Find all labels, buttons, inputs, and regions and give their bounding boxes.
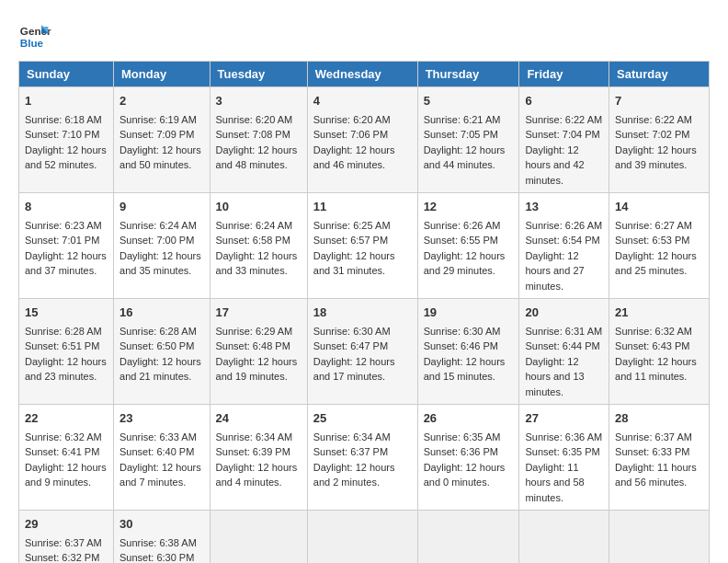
- calendar-cell: [519, 511, 609, 564]
- day-number: 22: [25, 409, 108, 428]
- header-row: SundayMondayTuesdayWednesdayThursdayFrid…: [19, 62, 710, 87]
- day-header-sunday: Sunday: [19, 62, 114, 87]
- calendar-cell: 16Sunrise: 6:28 AMSunset: 6:50 PMDayligh…: [114, 299, 210, 405]
- calendar-cell: 19Sunrise: 6:30 AMSunset: 6:46 PMDayligh…: [417, 299, 519, 405]
- day-header-wednesday: Wednesday: [307, 62, 417, 87]
- day-header-thursday: Thursday: [417, 62, 519, 87]
- calendar-cell: 29Sunrise: 6:37 AMSunset: 6:32 PMDayligh…: [19, 511, 114, 564]
- day-header-monday: Monday: [114, 62, 210, 87]
- day-number: 7: [615, 92, 703, 110]
- day-number: 17: [216, 304, 301, 322]
- calendar-cell: 18Sunrise: 6:30 AMSunset: 6:47 PMDayligh…: [307, 299, 417, 405]
- calendar-cell: 8Sunrise: 6:23 AMSunset: 7:01 PMDaylight…: [19, 193, 114, 299]
- calendar-cell: 3Sunrise: 6:20 AMSunset: 7:08 PMDaylight…: [210, 87, 307, 193]
- day-number: 13: [525, 198, 603, 216]
- day-number: 29: [25, 515, 108, 534]
- calendar-cell: 28Sunrise: 6:37 AMSunset: 6:33 PMDayligh…: [609, 405, 710, 511]
- day-number: 25: [313, 409, 412, 428]
- day-number: 16: [119, 304, 203, 322]
- logo: General Blue: [18, 18, 51, 52]
- calendar-cell: [307, 511, 417, 564]
- day-number: 1: [25, 92, 108, 110]
- day-number: 21: [615, 304, 703, 322]
- calendar-cell: 17Sunrise: 6:29 AMSunset: 6:48 PMDayligh…: [210, 299, 307, 405]
- logo-icon: General Blue: [18, 18, 51, 52]
- day-number: 28: [615, 409, 703, 428]
- day-number: 12: [424, 198, 514, 216]
- day-header-friday: Friday: [519, 62, 609, 87]
- day-number: 20: [525, 304, 603, 322]
- calendar-cell: 12Sunrise: 6:26 AMSunset: 6:55 PMDayligh…: [417, 193, 519, 299]
- day-number: 24: [216, 409, 301, 428]
- day-number: 19: [424, 304, 514, 322]
- calendar-table: SundayMondayTuesdayWednesdayThursdayFrid…: [18, 61, 710, 563]
- day-number: 4: [313, 92, 412, 110]
- calendar-cell: 24Sunrise: 6:34 AMSunset: 6:39 PMDayligh…: [210, 405, 307, 511]
- calendar-cell: 23Sunrise: 6:33 AMSunset: 6:40 PMDayligh…: [114, 405, 210, 511]
- day-number: 27: [525, 409, 603, 428]
- day-number: 3: [216, 92, 301, 110]
- day-number: 8: [25, 198, 108, 216]
- day-number: 9: [119, 198, 203, 216]
- calendar-cell: 10Sunrise: 6:24 AMSunset: 6:58 PMDayligh…: [210, 193, 307, 299]
- calendar-cell: 30Sunrise: 6:38 AMSunset: 6:30 PMDayligh…: [114, 511, 210, 564]
- day-number: 10: [216, 198, 301, 216]
- calendar-cell: 21Sunrise: 6:32 AMSunset: 6:43 PMDayligh…: [609, 299, 710, 405]
- calendar-cell: 22Sunrise: 6:32 AMSunset: 6:41 PMDayligh…: [19, 405, 114, 511]
- day-header-saturday: Saturday: [609, 62, 710, 87]
- calendar-cell: 13Sunrise: 6:26 AMSunset: 6:54 PMDayligh…: [519, 193, 609, 299]
- day-number: 26: [424, 409, 514, 428]
- calendar-cell: 25Sunrise: 6:34 AMSunset: 6:37 PMDayligh…: [307, 405, 417, 511]
- week-row-5: 29Sunrise: 6:37 AMSunset: 6:32 PMDayligh…: [19, 511, 710, 564]
- day-number: 5: [424, 92, 514, 110]
- calendar-cell: 2Sunrise: 6:19 AMSunset: 7:09 PMDaylight…: [114, 87, 210, 193]
- calendar-cell: 7Sunrise: 6:22 AMSunset: 7:02 PMDaylight…: [609, 87, 710, 193]
- calendar-cell: 20Sunrise: 6:31 AMSunset: 6:44 PMDayligh…: [519, 299, 609, 405]
- calendar-cell: 9Sunrise: 6:24 AMSunset: 7:00 PMDaylight…: [114, 193, 210, 299]
- calendar-cell: [417, 511, 519, 564]
- calendar-cell: 15Sunrise: 6:28 AMSunset: 6:51 PMDayligh…: [19, 299, 114, 405]
- svg-text:Blue: Blue: [20, 37, 44, 49]
- calendar-cell: 6Sunrise: 6:22 AMSunset: 7:04 PMDaylight…: [519, 87, 609, 193]
- day-number: 11: [313, 198, 412, 216]
- calendar-cell: 26Sunrise: 6:35 AMSunset: 6:36 PMDayligh…: [417, 405, 519, 511]
- day-number: 30: [119, 515, 203, 534]
- day-header-tuesday: Tuesday: [210, 62, 307, 87]
- calendar-cell: 4Sunrise: 6:20 AMSunset: 7:06 PMDaylight…: [307, 87, 417, 193]
- day-number: 14: [615, 198, 703, 216]
- page-header: General Blue: [18, 18, 710, 52]
- calendar-cell: [609, 511, 710, 564]
- day-number: 18: [313, 304, 412, 322]
- calendar-cell: 27Sunrise: 6:36 AMSunset: 6:35 PMDayligh…: [519, 405, 609, 511]
- calendar-cell: 5Sunrise: 6:21 AMSunset: 7:05 PMDaylight…: [417, 87, 519, 193]
- calendar-cell: 14Sunrise: 6:27 AMSunset: 6:53 PMDayligh…: [609, 193, 710, 299]
- calendar-cell: 1Sunrise: 6:18 AMSunset: 7:10 PMDaylight…: [19, 87, 114, 193]
- week-row-4: 22Sunrise: 6:32 AMSunset: 6:41 PMDayligh…: [19, 405, 710, 511]
- calendar-cell: [210, 511, 307, 564]
- week-row-3: 15Sunrise: 6:28 AMSunset: 6:51 PMDayligh…: [19, 299, 710, 405]
- day-number: 23: [119, 409, 203, 428]
- day-number: 2: [119, 92, 203, 110]
- calendar-cell: 11Sunrise: 6:25 AMSunset: 6:57 PMDayligh…: [307, 193, 417, 299]
- day-number: 6: [525, 92, 603, 110]
- day-number: 15: [25, 304, 108, 322]
- week-row-1: 1Sunrise: 6:18 AMSunset: 7:10 PMDaylight…: [19, 87, 710, 193]
- week-row-2: 8Sunrise: 6:23 AMSunset: 7:01 PMDaylight…: [19, 193, 710, 299]
